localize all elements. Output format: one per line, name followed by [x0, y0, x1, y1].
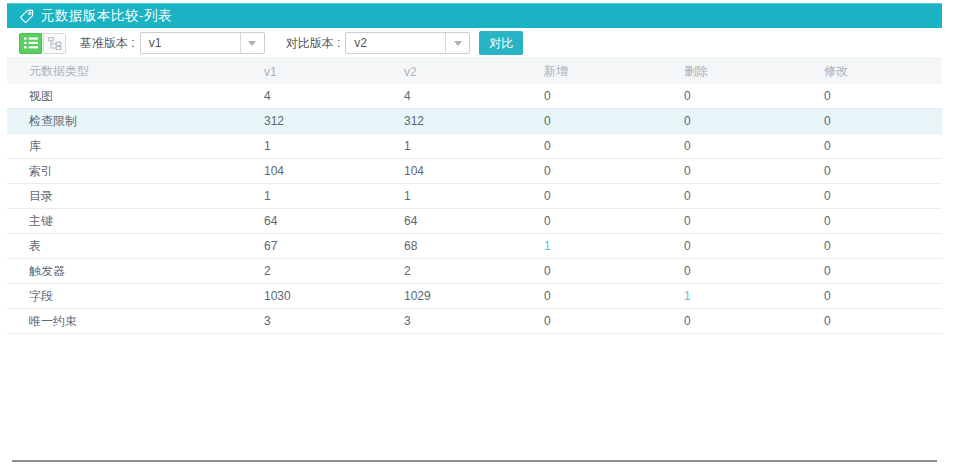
- cell-added: 0: [544, 264, 684, 278]
- cell-metadata-type: 字段: [29, 288, 264, 305]
- cell-deleted: 0: [684, 314, 824, 328]
- cell-v2: 312: [404, 114, 544, 128]
- cell-deleted[interactable]: 1: [684, 289, 824, 303]
- cell-v2: 4: [404, 89, 544, 103]
- cell-deleted: 0: [684, 139, 824, 153]
- chevron-down-icon: [240, 33, 264, 53]
- metadata-compare-page: 元数据版本比较-列表: [7, 3, 942, 334]
- cell-metadata-type: 检查限制: [29, 113, 264, 130]
- cell-modified: 0: [824, 89, 942, 103]
- base-version-select[interactable]: v1: [140, 32, 265, 54]
- table-body: 视图44000检查限制312312000库11000索引104104000目录1…: [7, 84, 942, 334]
- compare-button[interactable]: 对比: [479, 31, 523, 55]
- table-row[interactable]: 字段10301029010: [7, 284, 942, 309]
- cell-v1: 64: [264, 214, 404, 228]
- column-header-modified: 修改: [824, 63, 942, 80]
- tree-view-button[interactable]: [43, 33, 66, 54]
- cell-modified: 0: [824, 314, 942, 328]
- cell-deleted: 0: [684, 239, 824, 253]
- table-row[interactable]: 触发器22000: [7, 259, 942, 284]
- cell-added: 0: [544, 289, 684, 303]
- column-header-deleted: 删除: [684, 63, 824, 80]
- table-row[interactable]: 表6768100: [7, 234, 942, 259]
- comparison-table: 元数据类型 v1 v2 新增 删除 修改 视图44000检查限制31231200…: [7, 58, 942, 334]
- compare-version-select[interactable]: v2: [345, 32, 470, 54]
- cell-modified: 0: [824, 189, 942, 203]
- cell-deleted: 0: [684, 89, 824, 103]
- cell-metadata-type: 目录: [29, 188, 264, 205]
- page-title-bar: 元数据版本比较-列表: [7, 3, 942, 28]
- cell-added: 0: [544, 139, 684, 153]
- cell-v1: 4: [264, 89, 404, 103]
- toolbar: 基准版本 : v1 对比版本 : v2 对比: [7, 28, 942, 58]
- cell-v2: 2: [404, 264, 544, 278]
- table-row[interactable]: 主键6464000: [7, 209, 942, 234]
- cell-v1: 104: [264, 164, 404, 178]
- table-row[interactable]: 唯一约束33000: [7, 309, 942, 334]
- cell-added: 0: [544, 164, 684, 178]
- cell-v2: 1: [404, 139, 544, 153]
- cell-metadata-type: 库: [29, 138, 264, 155]
- tag-icon: [19, 9, 34, 24]
- cell-modified: 0: [824, 139, 942, 153]
- cell-added: 0: [544, 89, 684, 103]
- base-version-label: 基准版本 :: [80, 35, 135, 52]
- cell-metadata-type: 视图: [29, 88, 264, 105]
- cell-modified: 0: [824, 214, 942, 228]
- table-header-row: 元数据类型 v1 v2 新增 删除 修改: [7, 58, 942, 84]
- compare-version-value: v2: [346, 36, 445, 50]
- page-title: 元数据版本比较-列表: [41, 7, 172, 25]
- cell-v1: 312: [264, 114, 404, 128]
- table-row[interactable]: 视图44000: [7, 84, 942, 109]
- cell-metadata-type: 主键: [29, 213, 264, 230]
- cell-v1: 1030: [264, 289, 404, 303]
- cell-metadata-type: 索引: [29, 163, 264, 180]
- cell-v2: 104: [404, 164, 544, 178]
- cell-modified: 0: [824, 164, 942, 178]
- cell-modified: 0: [824, 114, 942, 128]
- view-toggle-group: [19, 33, 66, 54]
- cell-v1: 1: [264, 139, 404, 153]
- cell-metadata-type: 唯一约束: [29, 313, 264, 330]
- cell-v1: 3: [264, 314, 404, 328]
- column-header-added: 新增: [544, 63, 684, 80]
- base-version-value: v1: [141, 36, 240, 50]
- table-row[interactable]: 库11000: [7, 134, 942, 159]
- cell-modified: 0: [824, 289, 942, 303]
- cell-added: 0: [544, 114, 684, 128]
- cell-added: 0: [544, 189, 684, 203]
- cell-modified: 0: [824, 239, 942, 253]
- table-row[interactable]: 检查限制312312000: [7, 109, 942, 134]
- cell-v2: 1: [404, 189, 544, 203]
- cell-v2: 68: [404, 239, 544, 253]
- cell-v1: 67: [264, 239, 404, 253]
- cell-v2: 64: [404, 214, 544, 228]
- cell-added: 0: [544, 214, 684, 228]
- cell-v2: 1029: [404, 289, 544, 303]
- column-header-metadata-type: 元数据类型: [29, 63, 264, 80]
- column-header-v1: v1: [264, 65, 404, 79]
- cell-v1: 1: [264, 189, 404, 203]
- cell-modified: 0: [824, 264, 942, 278]
- cell-v1: 2: [264, 264, 404, 278]
- table-row[interactable]: 目录11000: [7, 184, 942, 209]
- cell-deleted: 0: [684, 214, 824, 228]
- table-row[interactable]: 索引104104000: [7, 159, 942, 184]
- cell-deleted: 0: [684, 189, 824, 203]
- cell-metadata-type: 表: [29, 238, 264, 255]
- list-icon: [24, 37, 38, 49]
- column-header-v2: v2: [404, 65, 544, 79]
- compare-version-label: 对比版本 :: [286, 35, 341, 52]
- cell-deleted: 0: [684, 264, 824, 278]
- cell-v2: 3: [404, 314, 544, 328]
- tree-icon: [48, 37, 62, 50]
- list-view-button[interactable]: [19, 33, 42, 54]
- cell-added[interactable]: 1: [544, 239, 684, 253]
- cell-metadata-type: 触发器: [29, 263, 264, 280]
- cell-added: 0: [544, 314, 684, 328]
- chevron-down-icon: [445, 33, 469, 53]
- bottom-divider: [12, 460, 937, 462]
- cell-deleted: 0: [684, 114, 824, 128]
- cell-deleted: 0: [684, 164, 824, 178]
